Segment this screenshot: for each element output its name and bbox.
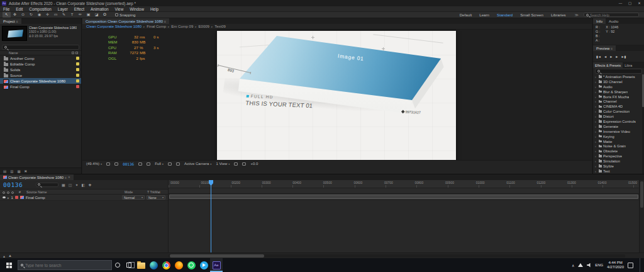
layer-name[interactable]: Final Comp — [26, 196, 45, 200]
blend-mode-select[interactable]: Normal▾ — [122, 195, 145, 200]
tool-icon[interactable]: ↖ — [3, 12, 11, 18]
taskbar-app-button[interactable] — [160, 258, 172, 272]
effects-category-row[interactable]: › Boris FX Mocha — [593, 94, 644, 99]
transport-button[interactable]: ◄ — [604, 54, 607, 60]
tool-icon[interactable]: T — [68, 12, 76, 18]
chevron-right-icon[interactable]: › — [595, 164, 597, 168]
help-search-box[interactable] — [584, 13, 639, 17]
chevron-right-icon[interactable]: › — [595, 135, 597, 139]
label-color-chip[interactable] — [76, 79, 79, 82]
timeline-timecode[interactable]: 00136 — [3, 181, 23, 188]
timeline-h-scrollbar[interactable] — [169, 254, 625, 258]
layer-track[interactable] — [169, 194, 639, 200]
effects-category-row[interactable]: › Generate — [593, 124, 644, 129]
name-column-header[interactable]: Name — [9, 51, 18, 55]
grid-guides-icon[interactable] — [106, 162, 110, 166]
tool-icon[interactable]: ◪ — [92, 12, 101, 18]
taskbar-search-box[interactable] — [18, 260, 112, 270]
chevron-right-icon[interactable]: › — [595, 169, 597, 173]
close-tab-icon[interactable]: ✕ — [68, 176, 70, 179]
info-panel-tab[interactable]: Info — [593, 18, 606, 24]
zoom-in-mountain-icon[interactable]: ▲ — [8, 254, 12, 258]
panel-menu-icon[interactable]: ≡ — [164, 20, 166, 23]
chevron-right-icon[interactable]: › — [595, 154, 597, 158]
effects-category-row[interactable]: › Audio — [593, 84, 644, 89]
chevron-right-icon[interactable]: › — [595, 115, 597, 118]
fast-previews-icon[interactable] — [242, 162, 246, 166]
label-color-chip[interactable] — [76, 57, 79, 60]
effects-category-row[interactable]: › Stylize — [593, 164, 644, 169]
breadcrumb-item[interactable]: Em Comp 09 — [171, 25, 193, 28]
info-panel-tab[interactable]: Audio — [606, 18, 621, 24]
effects-category-row[interactable]: › * Animation Presets — [593, 74, 644, 79]
exposure-value[interactable]: +0.0 — [250, 162, 258, 166]
panel-menu-icon[interactable]: ≡ — [16, 20, 18, 23]
tool-icon[interactable]: ✛ — [43, 12, 52, 18]
time-ruler[interactable]: 0000000100002000030000400005000060000700… — [169, 180, 639, 188]
effects-category-row[interactable]: › Obsolete — [593, 149, 644, 154]
timeline-toggle-icon[interactable]: ❖ — [88, 183, 91, 187]
composition-tab[interactable]: Composition Clean Corporate Slideshow 10… — [82, 18, 169, 24]
chevron-right-icon[interactable]: › — [595, 99, 597, 103]
tool-icon[interactable]: ✏ — [76, 12, 84, 18]
active-camera-select[interactable]: Active Camera ▾ — [184, 162, 211, 166]
layer-visibility-toggle[interactable] — [3, 196, 6, 199]
snapping-toggle[interactable]: Snapping — [115, 13, 135, 17]
volume-icon[interactable] — [587, 263, 591, 268]
tool-icon[interactable]: ◉ — [35, 12, 43, 18]
project-search-box[interactable] — [2, 45, 79, 50]
workspace-tab[interactable]: Standard — [497, 13, 513, 17]
tool-icon[interactable]: ✎ — [60, 12, 68, 18]
close-button[interactable]: ✕ — [635, 0, 644, 6]
resolution-select[interactable]: Full ▾ — [155, 162, 164, 166]
magnification-select[interactable]: (49.4%) ▾ — [86, 162, 102, 166]
project-item-row[interactable]: Source — [0, 72, 81, 78]
menu-item[interactable]: File — [0, 6, 13, 12]
effects-category-row[interactable]: › CINEMA 4D — [593, 104, 644, 109]
tool-icon[interactable]: ↻ — [27, 12, 35, 18]
tool-icon[interactable]: ✪ — [101, 12, 109, 18]
tray-expand-button[interactable]: ∧ — [572, 263, 574, 268]
workspace-tab[interactable]: Learn — [479, 13, 489, 17]
minimize-button[interactable]: — — [616, 0, 625, 6]
menu-item[interactable]: View — [112, 6, 127, 12]
timeline-toggle-icon[interactable]: ▦ — [62, 183, 65, 187]
composition-stage[interactable]: Image 01 893 99731627 FULL HD THIS IS YO… — [217, 31, 456, 165]
taskbar-search-input[interactable] — [25, 263, 109, 268]
breadcrumb-item[interactable]: E0009 — [199, 25, 209, 28]
transport-button[interactable]: ▮◄ — [596, 54, 601, 60]
language-indicator[interactable]: ENG — [595, 263, 603, 267]
effects-search-box[interactable] — [595, 69, 642, 74]
breadcrumb-item[interactable]: Clean Corporate Slideshow 1080 — [86, 25, 142, 28]
scrollbar-thumb[interactable] — [170, 254, 264, 258]
layer-color-chip[interactable] — [15, 196, 18, 199]
menu-item[interactable]: Window — [126, 6, 147, 12]
effects-category-row[interactable]: › Text — [593, 169, 644, 174]
transport-button[interactable]: ►▮ — [621, 54, 626, 60]
pixel-aspect-icon[interactable] — [234, 162, 238, 166]
help-search-input[interactable] — [590, 13, 636, 17]
effects-category-row[interactable]: › 3D Channel — [593, 79, 644, 84]
layer-row[interactable]: ▸ 1 Final Comp Normal▾ None▾ — [0, 195, 168, 201]
chevron-right-icon[interactable]: › — [595, 125, 597, 128]
chevron-right-icon[interactable]: › — [595, 144, 597, 148]
viewer-timecode[interactable]: 00136 — [123, 162, 134, 166]
tool-icon[interactable]: ✥ — [11, 12, 19, 18]
taskbar-app-button[interactable] — [185, 258, 197, 272]
task-view-button[interactable] — [123, 258, 135, 272]
taskbar-app-button[interactable]: Ae — [210, 258, 223, 272]
label-color-chip[interactable] — [76, 74, 79, 77]
network-icon[interactable] — [578, 263, 583, 267]
label-color-chip[interactable] — [76, 85, 79, 88]
trkmat-column-header[interactable]: T TrkMat — [147, 190, 160, 194]
menu-item[interactable]: Help — [147, 6, 162, 12]
project-tab[interactable]: Project ≡ — [0, 18, 21, 24]
effects-category-row[interactable]: › Matte — [593, 139, 644, 144]
project-footer-button[interactable]: ▤ — [3, 169, 6, 173]
layer-twirl-icon[interactable]: ▸ — [8, 196, 9, 200]
project-item-row[interactable]: Solids — [0, 67, 81, 72]
project-item-row[interactable]: Editable Comp — [0, 61, 81, 67]
timeline-toggle-icon[interactable]: ✦ — [75, 183, 78, 187]
workspace-tab[interactable]: Small Screen — [520, 13, 543, 17]
chevron-right-icon[interactable]: › — [595, 159, 597, 163]
